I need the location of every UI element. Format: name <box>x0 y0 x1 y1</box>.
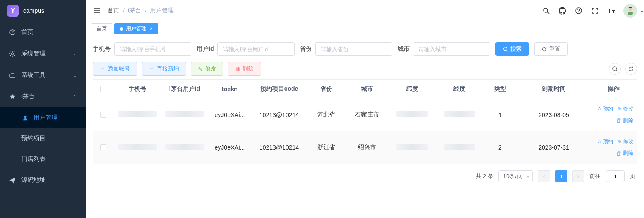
link-label: 预约 <box>603 138 613 145</box>
th: I茅台用户id <box>161 85 208 93</box>
close-icon[interactable]: × <box>150 26 153 32</box>
filter-label: 省份 <box>300 45 312 53</box>
th: 操作 <box>590 85 637 93</box>
sidebar-subitem-label: 预约项目 <box>21 135 46 142</box>
sidebar-submenu-imaotai: 用户管理 预约项目 门店列表 <box>0 107 86 169</box>
row-reserve-link[interactable]: △预约 <box>598 105 613 113</box>
td-lng <box>436 111 483 118</box>
phone-input[interactable] <box>114 42 191 56</box>
userid-input[interactable] <box>217 42 295 56</box>
td-type: 1 <box>483 111 517 118</box>
breadcrumb-item[interactable]: 首页 <box>107 7 119 15</box>
sidebar-item-home[interactable]: 首页 <box>0 21 86 43</box>
hide-search-icon[interactable] <box>609 63 621 75</box>
link-label: 修改 <box>623 105 633 113</box>
redacted-value <box>118 111 157 117</box>
td-ops: △预约 ✎修改 🗑删除 <box>590 138 637 157</box>
sidebar-toggle-icon[interactable] <box>93 6 101 15</box>
row-delete-link[interactable]: 🗑删除 <box>617 150 633 157</box>
sidebar-subitem-reservations[interactable]: 预约项目 <box>0 128 86 149</box>
reset-button[interactable]: 重置 <box>534 42 568 56</box>
next-page-button[interactable]: › <box>572 170 584 182</box>
fullscreen-icon[interactable] <box>591 6 599 15</box>
sidebar-item-label: i茅台 <box>21 93 73 101</box>
tab-home[interactable]: 首页 <box>91 23 112 34</box>
gear-icon <box>9 50 16 57</box>
province-input[interactable] <box>315 42 392 56</box>
jump-prefix: 前往 <box>589 172 601 180</box>
td-code: 10213@10214 <box>251 144 307 151</box>
page-size-select[interactable]: 10条/页 <box>498 170 533 182</box>
th: 经度 <box>436 85 483 93</box>
jump-page-input[interactable] <box>606 170 625 182</box>
search-button[interactable]: 搜索 <box>495 42 529 56</box>
tab-users[interactable]: 用户管理× <box>114 23 158 34</box>
filter-province: 省份 <box>300 42 392 56</box>
filter-label: 城市 <box>398 45 410 53</box>
button-label: 添加账号 <box>108 65 130 73</box>
delete-button[interactable]: 🗑 删除 <box>228 62 261 76</box>
prev-page-button[interactable]: ‹ <box>538 170 550 182</box>
row-edit-link[interactable]: ✎修改 <box>617 138 633 145</box>
filter-phone: 手机号 <box>93 42 191 56</box>
refresh-icon[interactable] <box>625 63 637 75</box>
sidebar-subitem-users[interactable]: 用户管理 <box>0 107 86 128</box>
topbar: 首页 / i茅台 / 用户管理 ▾ <box>86 0 644 21</box>
row-checkbox[interactable] <box>100 144 106 150</box>
sidebar-subitem-stores[interactable]: 门店列表 <box>0 149 86 169</box>
chevron-down-icon: ⌄ <box>73 51 77 57</box>
link-label: 修改 <box>623 138 633 145</box>
breadcrumb-item[interactable]: i茅台 <box>128 7 141 15</box>
pagination: 共 2 条 10条/页 ‹ 1 › 前往 页 <box>93 164 637 182</box>
select-all-checkbox[interactable] <box>100 86 106 92</box>
font-size-icon[interactable] <box>607 6 616 15</box>
redacted-value <box>165 144 204 150</box>
brand-title: campus <box>23 7 44 14</box>
svg-point-1 <box>12 53 13 55</box>
td-userid <box>161 111 208 118</box>
table-row: eyJ0eXAi... 10213@10214 河北省 石家庄市 1 2023-… <box>93 98 637 131</box>
row-reserve-link[interactable]: △预约 <box>598 138 613 145</box>
td-type: 2 <box>483 144 517 151</box>
sidebar-item-imaotai[interactable]: i茅台 ⌃ <box>0 86 86 107</box>
toolbox-icon <box>9 72 16 79</box>
add-account-button[interactable]: ＋ 添加账号 <box>93 62 137 76</box>
row-checkbox[interactable] <box>100 112 106 118</box>
row-delete-link[interactable]: 🗑删除 <box>617 117 633 124</box>
quick-add-button[interactable]: ＋ 直接新增 <box>142 62 186 76</box>
svg-rect-7 <box>628 12 633 15</box>
sidebar-item-source[interactable]: 源码地址 <box>0 169 86 191</box>
sidebar-item-systools[interactable]: 系统工具 ⌄ <box>0 64 86 86</box>
select-value: 10条/页 <box>503 172 522 180</box>
github-icon[interactable] <box>558 6 567 15</box>
tab-label: 首页 <box>97 25 107 32</box>
td-lat <box>389 111 436 118</box>
td-province: 河北省 <box>307 111 346 119</box>
td-city: 石家庄市 <box>346 111 389 119</box>
redacted-value <box>396 144 428 150</box>
help-icon[interactable] <box>574 6 583 15</box>
th: 类型 <box>483 85 517 93</box>
link-label: 删除 <box>623 117 633 124</box>
data-table: 手机号 I茅台用户id toekn 预约项目code 省份 城市 纬度 经度 类… <box>93 79 637 164</box>
tabs: 首页 用户管理× <box>86 21 644 36</box>
edit-button[interactable]: ✎ 修改 <box>191 62 223 76</box>
filter-city: 城市 <box>398 42 490 56</box>
sidebar-item-sysmgmt[interactable]: 系统管理 ⌄ <box>0 43 86 64</box>
row-edit-link[interactable]: ✎修改 <box>617 105 633 113</box>
filter-label: 用户id <box>197 45 214 53</box>
filter-label: 手机号 <box>93 45 111 53</box>
avatar[interactable]: ▾ <box>623 4 637 18</box>
user-icon <box>21 115 29 121</box>
breadcrumb-sep: / <box>145 7 146 14</box>
search-icon[interactable] <box>542 6 550 15</box>
button-label: 修改 <box>205 65 216 73</box>
city-input[interactable] <box>413 42 490 56</box>
link-label: 删除 <box>623 150 633 157</box>
td-phone <box>114 144 161 151</box>
svg-point-3 <box>24 116 26 118</box>
td-userid <box>161 144 208 151</box>
content-area: 手机号 用户id 省份 城市 搜索 重置 ＋ 添加账号 ＋ 直接新增 ✎ 修改 … <box>86 36 644 218</box>
page-number[interactable]: 1 <box>555 170 567 182</box>
total-text: 共 2 条 <box>476 172 493 180</box>
